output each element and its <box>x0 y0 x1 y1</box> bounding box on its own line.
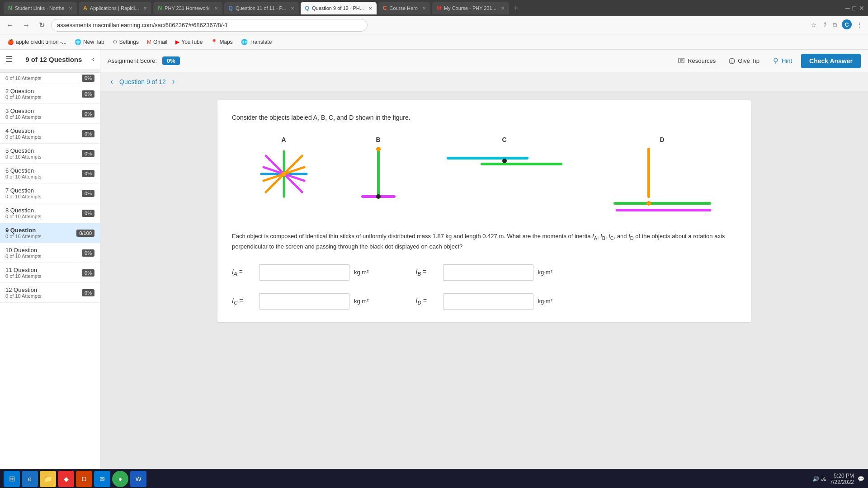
close-button[interactable]: ✕ <box>859 5 864 12</box>
question-content: Consider the objects labeled A, B, C, an… <box>100 91 868 488</box>
tab-mycourse[interactable]: M My Course - PHY 231... ✕ <box>432 2 509 14</box>
question-item-8[interactable]: 8 Question 0 of 10 Attempts 0% <box>0 203 100 223</box>
tab-phy231[interactable]: N PHY 231 Homework ✕ <box>153 2 222 14</box>
question-item-10[interactable]: 10 Question 0 of 10 Attempts 0% <box>0 243 100 263</box>
assignment-score-label: Assignment Score: <box>108 57 157 64</box>
check-answer-button[interactable]: Check Answer <box>801 54 861 68</box>
figure-A-svg <box>257 147 311 201</box>
tab-applications[interactable]: A Applications | Rapidl... ✕ <box>79 2 151 14</box>
IC-input[interactable] <box>259 293 349 310</box>
figure-B: B <box>360 136 396 206</box>
q2-attempts: 0 of 10 Attempts <box>5 94 42 100</box>
q5-badge: 0% <box>82 150 94 157</box>
tab-close-question11[interactable]: ✕ <box>291 6 294 11</box>
sidebar-scroll[interactable]: 0 of 10 Attempts 0% 2 Question 0 of 10 A… <box>0 73 100 488</box>
restore-button[interactable]: □ <box>853 5 856 12</box>
taskbar-word-icon[interactable]: W <box>130 471 146 487</box>
profile-icon[interactable]: C <box>842 19 852 29</box>
figure-D-label: D <box>660 136 664 143</box>
question-item-7[interactable]: 7 Question 0 of 10 Attempts 0% <box>0 183 100 203</box>
taskbar-folder-icon[interactable]: 📁 <box>40 471 56 487</box>
bookmark-gmail[interactable]: M Gmail <box>143 38 171 47</box>
q11-label: 11 Question <box>5 267 42 273</box>
bookmark-newtab[interactable]: 🌐 New Tab <box>71 38 108 47</box>
bookmark-settings[interactable]: ⚙ Settings <box>109 38 142 47</box>
tab-course-hero[interactable]: C Course Hero ✕ <box>378 2 430 14</box>
resources-label: Resources <box>688 57 716 64</box>
tab-student-links[interactable]: N Student Links - Northe ✕ <box>4 2 77 14</box>
bookmark-apple[interactable]: 🍎 apple credit union -... <box>4 38 70 47</box>
taskbar-diamond-icon[interactable]: ◆ <box>58 471 74 487</box>
question-item-4[interactable]: 4 Question 0 of 10 Attempts 0% <box>0 124 100 144</box>
minimize-button[interactable]: ─ <box>845 5 850 12</box>
browser-frame: N Student Links - Northe ✕ A Application… <box>0 0 868 488</box>
back-button[interactable]: ← <box>4 20 16 30</box>
inputs-row-1: IA = kg·m² IB = kg·m² <box>232 264 736 281</box>
question-item-9[interactable]: 9 Question 0 of 10 Attempts 0/100 <box>0 223 100 243</box>
tab-question11[interactable]: Q Question 11 of 11 - P... ✕ <box>224 2 299 14</box>
new-tab-button[interactable]: + <box>514 4 519 13</box>
refresh-button[interactable]: ↻ <box>36 20 47 30</box>
resources-button[interactable]: Resources <box>675 56 719 66</box>
tab-question9[interactable]: Q Question 9 of 12 - PH... ✕ <box>301 2 377 14</box>
IC-label: IC = <box>232 297 255 305</box>
give-tip-button[interactable]: i Give Tip <box>725 56 763 66</box>
question-item-11[interactable]: 11 Question 0 of 10 Attempts 0% <box>0 263 100 283</box>
tab-close-phy231[interactable]: ✕ <box>214 6 218 11</box>
q3-label: 3 Question <box>5 108 42 114</box>
hint-label: Hint <box>782 57 792 64</box>
tab-close-question9[interactable]: ✕ <box>368 6 372 11</box>
input-group-IA: IA = kg·m² <box>232 264 369 281</box>
question-item-1[interactable]: 0 of 10 Attempts 0% <box>0 73 100 84</box>
bookmark-youtube[interactable]: ▶ YouTube <box>172 38 206 47</box>
bookmark-maps[interactable]: 📍 Maps <box>207 38 236 47</box>
sidebar-collapse-button[interactable]: ‹ <box>92 55 94 63</box>
taskbar-chrome-icon[interactable]: ● <box>112 471 128 487</box>
sidebar-title: 9 of 12 Questions <box>25 56 82 63</box>
sidebar-header: ☰ 9 of 12 Questions ‹ <box>0 50 100 69</box>
input-group-IB: IB = kg·m² <box>416 264 553 281</box>
inputs-row-2: IC = kg·m² ID = kg·m² <box>232 293 736 310</box>
prev-question-button[interactable]: ‹ <box>108 76 116 87</box>
question-item-3[interactable]: 3 Question 0 of 10 Attempts 0% <box>0 104 100 124</box>
top-toolbar: Assignment Score: 0% Resources <box>100 50 868 72</box>
tab-close-course-hero[interactable]: ✕ <box>422 6 426 11</box>
tab-close-applications[interactable]: ✕ <box>143 6 147 11</box>
IB-input[interactable] <box>443 264 533 281</box>
question-item-6[interactable]: 6 Question 0 of 10 Attempts 0% <box>0 164 100 183</box>
q11-badge: 0% <box>82 269 94 277</box>
give-tip-icon: i <box>728 57 736 65</box>
taskbar-icons: 🔊 🖧 <box>812 476 826 482</box>
sidebar-menu-icon[interactable]: ☰ <box>5 54 13 64</box>
taskbar-edge-icon[interactable]: e <box>22 471 38 487</box>
question-item-12[interactable]: 12 Question 0 of 10 Attempts 0% <box>0 283 100 303</box>
start-button[interactable]: ⊞ <box>4 471 20 487</box>
q1-attempts: 0 of 10 Attempts <box>5 75 42 81</box>
menu-icon[interactable]: ⋮ <box>854 19 864 31</box>
address-input[interactable] <box>51 19 368 32</box>
q4-attempts: 0 of 10 Attempts <box>5 134 42 140</box>
IA-input[interactable] <box>259 264 349 281</box>
main-area: Assignment Score: 0% Resources <box>100 50 868 488</box>
bookmark-settings-label: Settings <box>119 39 139 45</box>
forward-button[interactable]: → <box>20 20 33 30</box>
bookmarks-bar: 🍎 apple credit union -... 🌐 New Tab ⚙ Se… <box>0 34 868 50</box>
q6-badge: 0% <box>82 170 94 177</box>
hint-button[interactable]: Hint <box>769 56 796 66</box>
tab-close-mycourse[interactable]: ✕ <box>501 6 505 11</box>
extensions-icon[interactable]: ⧉ <box>831 19 839 31</box>
time-display: 5:20 PM 7/22/2022 <box>830 473 854 485</box>
taskbar-office-icon[interactable]: O <box>76 471 92 487</box>
next-question-button[interactable]: › <box>170 76 178 87</box>
taskbar-mail-icon[interactable]: ✉ <box>94 471 110 487</box>
title-bar: N Student Links - Northe ✕ A Application… <box>0 0 868 16</box>
question-item-5[interactable]: 5 Question 0 of 10 Attempts 0% <box>0 144 100 164</box>
tab-close-student-links[interactable]: ✕ <box>69 6 72 11</box>
bookmark-newtab-label: New Tab <box>83 39 104 45</box>
bookmark-translate[interactable]: 🌐 Translate <box>237 38 276 47</box>
bookmark-star-icon[interactable]: ☆ <box>809 19 819 31</box>
question-item-2[interactable]: 2 Question 0 of 10 Attempts 0% <box>0 84 100 104</box>
share-icon[interactable]: ⤴ <box>821 19 828 31</box>
notification-icon[interactable]: 💬 <box>858 476 864 482</box>
ID-input[interactable] <box>443 293 533 310</box>
